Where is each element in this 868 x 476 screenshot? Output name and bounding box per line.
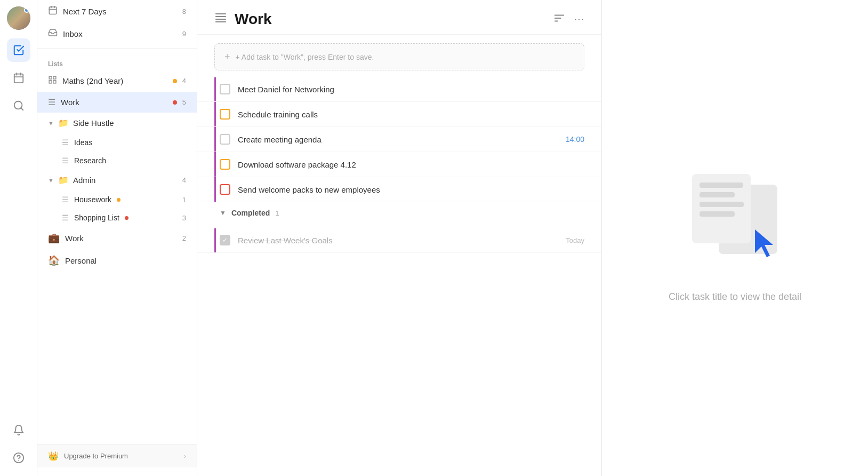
task-item[interactable]: Create meeting agenda 14:00 — [197, 127, 601, 152]
task-label-5: Send welcome packs to new employees — [238, 185, 584, 194]
sidebar-group-admin[interactable]: ▼ 📁 Admin 4 — [37, 170, 197, 191]
maths-icon — [48, 75, 57, 86]
doc-line-4 — [700, 211, 735, 217]
completed-task-label-1: Review Last Week's Goals — [238, 236, 558, 245]
avatar[interactable] — [7, 6, 30, 30]
task-checkbox-3[interactable] — [220, 134, 230, 145]
sidebar-group-side-hustle[interactable]: ▼ 📁 Side Hustle — [37, 113, 197, 133]
work-emoji-label: Work — [65, 234, 177, 243]
admin-count: 4 — [182, 176, 186, 184]
next7days-label: Next 7 Days — [63, 7, 177, 16]
work-count: 5 — [182, 98, 186, 106]
svg-rect-8 — [49, 7, 57, 14]
header-actions: ⋯ — [553, 12, 584, 27]
completed-section-header[interactable]: ▼ Completed 1 — [197, 202, 601, 221]
shopping-count: 3 — [182, 214, 186, 222]
work-dot — [173, 100, 177, 105]
empty-state: Click task title to view the detail — [669, 174, 801, 303]
admin-label: Admin — [73, 176, 178, 185]
upgrade-label: Upgrade to Premium — [64, 452, 128, 460]
right-panel: Click task title to view the detail — [601, 0, 868, 476]
ideas-list-icon: ☰ — [62, 138, 69, 147]
doc-stack — [692, 174, 777, 259]
completed-label: Completed — [231, 209, 270, 217]
completed-task-date-1: Today — [566, 236, 584, 244]
completed-tasks-wrapper: Review Last Week's Goals Today — [197, 228, 601, 253]
main-content: Work ⋯ + + Add task to "Work", press Ent… — [197, 0, 601, 476]
shopping-dot — [125, 216, 128, 220]
sidebar-item-ideas[interactable]: ☰ Ideas — [37, 133, 197, 152]
empty-state-text: Click task title to view the detail — [669, 291, 801, 303]
task-label-2: Schedule training calls — [238, 110, 584, 119]
cursor-icon — [751, 227, 777, 259]
housework-count: 1 — [182, 196, 186, 204]
sidebar-item-work-emoji[interactable]: 💼 Work 2 — [37, 227, 197, 249]
completed-task-checkbox-1[interactable] — [220, 235, 230, 245]
tasks-nav-icon[interactable] — [7, 38, 30, 62]
task-item[interactable]: Download software package 4.12 — [197, 152, 601, 177]
add-task-bar[interactable]: + + Add task to "Work", press Enter to s… — [214, 43, 584, 70]
task-checkbox-2[interactable] — [220, 109, 230, 120]
task-label-1: Meet Daniel for Networking — [238, 85, 584, 94]
work-icon: ☰ — [48, 97, 55, 107]
next7days-icon — [48, 5, 58, 17]
task-checkbox-4[interactable] — [220, 159, 230, 170]
main-header: Work ⋯ — [197, 0, 601, 35]
upgrade-bar[interactable]: 👑 Upgrade to Premium › — [37, 444, 197, 467]
more-options-icon[interactable]: ⋯ — [574, 13, 584, 26]
sidebar-item-next7days[interactable]: Next 7 Days 8 — [37, 0, 197, 22]
sidebar-item-maths[interactable]: Maths (2nd Year) 4 — [37, 70, 197, 92]
inbox-count: 9 — [182, 30, 186, 38]
crown-icon: 👑 — [48, 451, 59, 461]
inbox-label: Inbox — [63, 29, 177, 38]
search-nav-icon[interactable] — [7, 94, 30, 117]
svg-rect-0 — [14, 74, 23, 83]
main-list-icon — [214, 11, 227, 27]
personal-emoji-label: Personal — [65, 256, 186, 265]
sidebar-item-housework[interactable]: ☰ Housework 1 — [37, 191, 197, 209]
research-list-icon: ☰ — [62, 156, 69, 165]
maths-dot — [173, 79, 177, 83]
task-list-area: Meet Daniel for Networking Schedule trai… — [197, 70, 601, 476]
maths-label: Maths (2nd Year) — [62, 76, 167, 85]
doc-line-2 — [700, 192, 735, 197]
task-item[interactable]: Send welcome packs to new employees — [197, 177, 601, 202]
svg-rect-14 — [53, 81, 56, 83]
notifications-icon[interactable] — [7, 418, 30, 442]
page-title: Work — [235, 11, 546, 28]
admin-folder-icon: 📁 — [58, 175, 69, 185]
avatar-badge — [24, 7, 29, 13]
completed-task-item[interactable]: Review Last Week's Goals Today — [197, 228, 601, 253]
svg-rect-12 — [49, 76, 52, 79]
sidebar-item-research[interactable]: ☰ Research — [37, 152, 197, 170]
sidebar-item-work[interactable]: ☰ Work 5 — [37, 92, 197, 113]
calendar-nav-icon[interactable] — [7, 66, 30, 90]
svg-line-5 — [21, 108, 23, 110]
task-checkbox-1[interactable] — [220, 84, 230, 94]
sidebar-item-shopping[interactable]: ☰ Shopping List 3 — [37, 209, 197, 227]
admin-chevron: ▼ — [48, 177, 54, 184]
side-hustle-label: Side Hustle — [73, 118, 186, 128]
completed-count: 1 — [275, 209, 279, 217]
svg-rect-15 — [49, 81, 52, 83]
sidebar-item-inbox[interactable]: Inbox 9 — [37, 22, 197, 45]
sidebar: Next 7 Days 8 Inbox 9 Lists Maths (2nd Y… — [37, 0, 197, 476]
task-item[interactable]: Meet Daniel for Networking — [197, 77, 601, 102]
svg-rect-13 — [53, 76, 56, 79]
empty-illustration — [681, 174, 788, 281]
next7days-count: 8 — [182, 7, 186, 15]
task-label-3: Create meeting agenda — [238, 135, 558, 144]
task-label-4: Download software package 4.12 — [238, 160, 584, 169]
ideas-label: Ideas — [74, 138, 92, 147]
svg-marker-23 — [755, 229, 773, 257]
housework-list-icon: ☰ — [62, 195, 69, 204]
task-item[interactable]: Schedule training calls — [197, 102, 601, 127]
task-checkbox-5[interactable] — [220, 184, 230, 195]
add-task-placeholder: + Add task to "Work", press Enter to sav… — [236, 53, 374, 61]
sidebar-item-personal-emoji[interactable]: 🏠 Personal — [37, 249, 197, 272]
side-hustle-chevron: ▼ — [48, 120, 54, 126]
icon-bar — [0, 0, 37, 476]
doc-front — [692, 174, 751, 243]
sort-icon[interactable] — [553, 12, 565, 27]
help-icon[interactable] — [7, 446, 30, 470]
